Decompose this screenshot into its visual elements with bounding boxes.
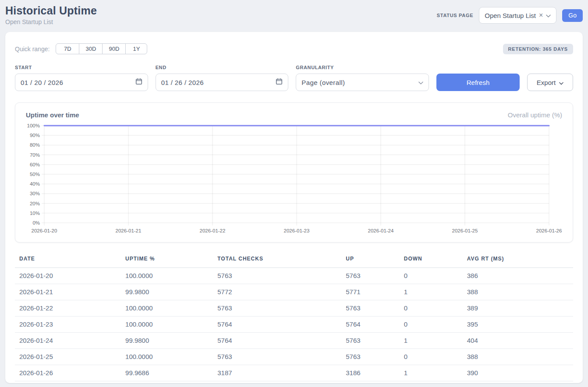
table-cell: 0: [400, 317, 463, 333]
svg-text:10%: 10%: [30, 211, 40, 216]
start-date-label: START: [15, 65, 148, 70]
page-subtitle: Open Startup List: [5, 18, 97, 26]
table-cell: 100.0000: [121, 317, 213, 333]
table-cell: 1: [400, 284, 463, 300]
calendar-icon[interactable]: [135, 78, 142, 87]
table-cell: 386: [463, 268, 573, 284]
chart-title: Uptime over time: [26, 111, 79, 119]
table-row: 2026-01-20100.0000576357630386: [15, 268, 573, 284]
end-date-group: END 01 / 26 / 2026: [156, 65, 289, 91]
svg-text:100%: 100%: [27, 123, 40, 128]
table-row: 2026-01-2199.9800577257711388: [15, 284, 573, 300]
column-header: TOTAL CHECKS: [213, 252, 341, 268]
start-date-input[interactable]: 01 / 20 / 2026: [15, 74, 148, 91]
quick-range-90d[interactable]: 90D: [102, 43, 126, 54]
table-cell: 99.9686: [121, 365, 213, 381]
table-cell: 5764: [213, 333, 341, 349]
export-button[interactable]: Export: [527, 74, 573, 91]
end-date-label: END: [156, 65, 289, 70]
uptime-line-chart[interactable]: 0%10%20%30%40%50%60%70%80%90%100%2026-01…: [26, 123, 562, 238]
table-cell: 100.0000: [121, 268, 213, 284]
table-cell: 5763: [213, 300, 341, 317]
quick-range-buttons: 7D30D90D1Y: [56, 43, 147, 54]
chevron-down-icon: [418, 78, 423, 86]
column-header: DOWN: [400, 252, 463, 268]
svg-text:40%: 40%: [30, 181, 40, 186]
end-date-value: 01 / 26 / 2026: [161, 79, 204, 86]
header-controls: STATUS PAGE Open Startup List × Go: [437, 7, 583, 24]
table-cell: 99.9800: [121, 333, 213, 349]
export-button-label: Export: [537, 79, 556, 86]
table-cell: 5764: [341, 317, 399, 333]
status-page-select[interactable]: Open Startup List ×: [479, 7, 556, 24]
granularity-selected-value: Page (overall): [301, 79, 345, 86]
table-cell: 5763: [213, 349, 341, 365]
table-cell: 5763: [341, 333, 399, 349]
table-cell: 5771: [341, 284, 399, 300]
clear-selection-icon[interactable]: ×: [539, 12, 543, 19]
svg-text:0%: 0%: [32, 220, 40, 225]
column-header: AVG RT (MS): [463, 252, 573, 268]
main-card: Quick range: 7D30D90D1Y RETENTION: 365 D…: [5, 32, 583, 383]
table-cell: 2026-01-23: [15, 317, 121, 333]
svg-text:70%: 70%: [30, 152, 40, 158]
table-cell: 5764: [213, 317, 341, 333]
svg-text:50%: 50%: [30, 172, 40, 177]
quick-range-label: Quick range:: [15, 46, 50, 53]
end-date-input[interactable]: 01 / 26 / 2026: [156, 74, 289, 91]
quick-range-row: Quick range: 7D30D90D1Y RETENTION: 365 D…: [15, 43, 573, 54]
table-cell: 2026-01-25: [15, 349, 121, 365]
table-cell: 5763: [341, 349, 399, 365]
table-cell: 2026-01-26: [15, 365, 121, 381]
table-cell: 2026-01-20: [15, 268, 121, 284]
svg-text:2026-01-24: 2026-01-24: [368, 228, 394, 233]
table-row: 2026-01-22100.0000576357630389: [15, 300, 573, 317]
go-button[interactable]: Go: [562, 9, 583, 22]
svg-text:80%: 80%: [30, 142, 40, 148]
quick-range-7d[interactable]: 7D: [56, 43, 79, 54]
column-header: DATE: [15, 252, 121, 268]
refresh-button[interactable]: Refresh: [436, 74, 520, 91]
table-cell: 388: [463, 284, 573, 300]
title-block: Historical Uptime Open Startup List: [5, 4, 97, 26]
svg-text:30%: 30%: [30, 191, 40, 196]
chart-header: Uptime over time Overall uptime (%): [26, 111, 562, 119]
granularity-select[interactable]: Page (overall): [296, 74, 429, 91]
table-cell: 5763: [341, 268, 399, 284]
uptime-table: DATEUPTIME %TOTAL CHECKSUPDOWNAVG RT (MS…: [15, 252, 573, 381]
chevron-down-icon: [559, 79, 563, 86]
table-cell: 404: [463, 333, 573, 349]
table-cell: 99.9800: [121, 284, 213, 300]
chart-legend: Overall uptime (%): [508, 111, 562, 119]
column-header: UP: [341, 252, 399, 268]
calendar-icon[interactable]: [276, 78, 283, 87]
svg-text:2026-01-25: 2026-01-25: [452, 228, 478, 233]
status-page-selected-value: Open Startup List: [485, 12, 536, 19]
table-cell: 5772: [213, 284, 341, 300]
table-row: 2026-01-2499.9800576457631404: [15, 333, 573, 349]
table-cell: 395: [463, 317, 573, 333]
svg-text:20%: 20%: [30, 201, 40, 206]
quick-range-1y[interactable]: 1Y: [125, 43, 147, 54]
table-cell: 390: [463, 365, 573, 381]
svg-text:60%: 60%: [30, 162, 40, 167]
quick-range-30d[interactable]: 30D: [79, 43, 103, 54]
quick-range-group: Quick range: 7D30D90D1Y: [15, 43, 147, 54]
table-cell: 2026-01-21: [15, 284, 121, 300]
chevron-down-icon: [546, 11, 551, 19]
uptime-chart-card: Uptime over time Overall uptime (%) 0%10…: [15, 102, 573, 243]
granularity-label: GRANULARITY: [296, 65, 429, 70]
table-cell: 100.0000: [121, 300, 213, 317]
table-cell: 2026-01-22: [15, 300, 121, 317]
table-cell: 2026-01-24: [15, 333, 121, 349]
granularity-group: GRANULARITY Page (overall): [296, 65, 429, 91]
table-header-row: DATEUPTIME %TOTAL CHECKSUPDOWNAVG RT (MS…: [15, 252, 573, 268]
column-header: UPTIME %: [121, 252, 213, 268]
table-row: 2026-01-23100.0000576457640395: [15, 317, 573, 333]
table-cell: 100.0000: [121, 349, 213, 365]
table-cell: 1: [400, 365, 463, 381]
table-cell: 3187: [213, 365, 341, 381]
svg-text:2026-01-20: 2026-01-20: [32, 228, 57, 233]
table-cell: 1: [400, 333, 463, 349]
retention-badge: RETENTION: 365 DAYS: [503, 44, 573, 54]
